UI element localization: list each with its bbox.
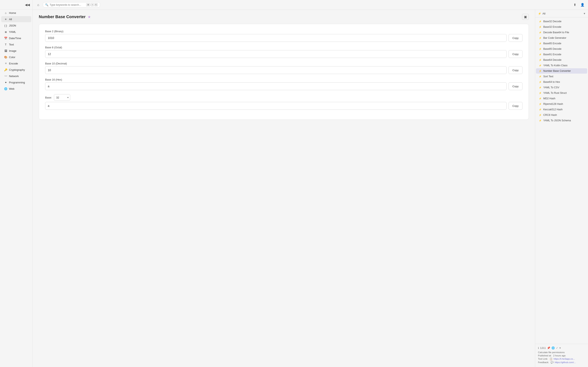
right-panel-item-icon: ⚡ <box>539 48 542 50</box>
copy-base8-button[interactable]: Copy <box>509 50 522 58</box>
footer-tool-link[interactable]: https://t.he3app.co... <box>554 358 575 360</box>
right-panel-item[interactable]: ⚡ YAML To Rust Struct <box>536 90 587 96</box>
field-label-base2: Base 2 (Binary) <box>45 30 522 33</box>
footer-published-row: Published at: 2 hours ago <box>538 354 585 357</box>
topbar: ⌂ 🔍 ⌘ + K ⬆ 👤 <box>33 0 588 10</box>
base-prefix-label: Base: <box>45 96 52 99</box>
field-row-base16: Copy <box>45 82 522 90</box>
right-panel-item-label: Base85 Decode <box>543 48 562 50</box>
page-title-row: Number Base Converter ★ ▣ <box>39 14 529 20</box>
base8-input[interactable] <box>45 50 507 58</box>
right-panel-item[interactable]: ⚡ YAML To CSV <box>536 85 587 90</box>
sidebar-icon-yaml: ≣ <box>4 30 7 33</box>
right-panel-item-icon: ⚡ <box>539 92 542 94</box>
footer-pin-button[interactable]: 📌 <box>547 346 550 350</box>
right-panel-item[interactable]: ⚡ Ripemd128 Hash <box>536 101 587 107</box>
sidebar-label-network: Network <box>9 75 19 78</box>
footer-published-label: Published at: <box>538 354 552 357</box>
right-panel-item[interactable]: ⚡ YAML To Kotlin Class <box>536 63 587 68</box>
footer-version-row: ℹ 1.0.1 📌 🌐 ✓ ▾ <box>538 346 585 350</box>
footer-expand-button[interactable]: ▾ <box>559 346 561 350</box>
custom-base-group: Base: 248163236586264 a Copy <box>45 94 522 110</box>
field-group-base2: Base 2 (Binary) Copy <box>45 30 522 42</box>
sidebar-item-home[interactable]: ⌂ Home <box>1 10 31 16</box>
base2-input[interactable] <box>45 34 507 42</box>
panel-toggle-button[interactable]: ▣ <box>522 14 529 20</box>
sidebar-label-programming: Programming <box>9 81 25 84</box>
sidebar-icon-text: T <box>4 43 7 46</box>
base-select[interactable]: 248163236586264 <box>54 94 70 101</box>
sidebar-item-image[interactable]: 🖼 Image <box>1 48 31 54</box>
right-panel-item[interactable]: ⚡ MD2 Hash <box>536 96 587 101</box>
right-panel-item[interactable]: ⚡ Decode Base64 to File <box>536 30 587 35</box>
sidebar-item-encode[interactable]: ⌗ Encode <box>1 60 31 67</box>
search-shortcut: ⌘ + K <box>86 3 98 6</box>
right-panel-item-label: Sort Text <box>543 75 553 78</box>
field-label-base8: Base 8 (Octal) <box>45 46 522 49</box>
right-panel-item[interactable]: ⚡ Base64 to Hex <box>536 79 587 85</box>
footer-feedback-link[interactable]: https://github.com/... <box>555 361 576 364</box>
right-panel-item-label: Ripemd128 Hash <box>543 103 563 105</box>
sidebar-label-all: All <box>9 18 12 21</box>
right-panel-item[interactable]: ⚡ Base32 Decode <box>536 19 587 24</box>
right-panel-item[interactable]: ⚡ Keccak512 Hash <box>536 107 587 112</box>
right-panel-item-icon: ⚡ <box>539 20 542 23</box>
base16-input[interactable] <box>45 82 507 90</box>
copy-custom-base-button[interactable]: Copy <box>509 102 522 110</box>
page-title: Number Base Converter <box>39 15 86 19</box>
right-panel-item[interactable]: ⚡ Base85 Decode <box>536 46 587 52</box>
sidebar-item-datetime[interactable]: 📅 Date/Time <box>1 35 31 41</box>
right-panel-item[interactable]: ⚡ CRC8 Hash <box>536 112 587 118</box>
right-panel-item[interactable]: ⚡ Bar Code Generator <box>536 35 587 41</box>
sidebar-item-web[interactable]: 🌐 Web <box>1 86 31 92</box>
copy-base16-button[interactable]: Copy <box>509 82 522 90</box>
copy-base2-button[interactable]: Copy <box>509 34 522 42</box>
right-panel-item-icon: ⚡ <box>539 64 542 67</box>
right-panel-item[interactable]: ⚡ Base64 Decode <box>536 57 587 63</box>
copy-base10-button[interactable]: Copy <box>509 66 522 74</box>
right-panel: ⚡ All ▾ ⚡ Base32 Decode ⚡ Base32 Encode … <box>535 10 588 367</box>
base10-input[interactable] <box>45 66 507 74</box>
search-input[interactable] <box>50 3 85 6</box>
footer-version: 1.0.1 <box>540 347 546 350</box>
sidebar-item-all[interactable]: ≡ All <box>1 16 31 22</box>
sidebar-item-programming[interactable]: ✦ Programming <box>1 79 31 85</box>
account-button[interactable]: 👤 <box>579 2 586 8</box>
base-label-row: Base: 248163236586264 <box>45 94 522 101</box>
sidebar-item-color[interactable]: 🎨 Color <box>1 54 31 60</box>
search-bar: 🔍 ⌘ + K <box>43 2 100 7</box>
share-button[interactable]: ⬆ <box>572 2 578 8</box>
sidebar-icon-all: ≡ <box>4 17 7 21</box>
footer-check-button[interactable]: ✓ <box>556 346 558 350</box>
right-panel-item[interactable]: ⚡ Base32 Encode <box>536 24 587 30</box>
right-panel-item[interactable]: ⚡ Sort Text <box>536 74 587 79</box>
custom-base-input[interactable]: a <box>45 102 507 110</box>
sidebar-label-datetime: Date/Time <box>9 37 21 40</box>
right-panel-item[interactable]: ⚡ Base85 Encode <box>536 41 587 46</box>
sidebar-icon-programming: ✦ <box>4 81 7 84</box>
right-panel-item-icon: ⚡ <box>539 108 542 111</box>
right-panel-item[interactable]: ⚡ Number Base Converter <box>536 68 587 74</box>
right-panel-item-label: Base32 Decode <box>543 20 562 23</box>
sidebar-item-text[interactable]: T Text <box>1 42 31 48</box>
sidebar-item-cryptography[interactable]: 🔑 Cryptography <box>1 67 31 73</box>
sidebar-item-yaml[interactable]: ≣ YAML <box>1 29 31 35</box>
right-panel-chevron-button[interactable]: ▾ <box>584 12 585 15</box>
right-panel-item[interactable]: ⚡ Base91 Encode <box>536 52 587 57</box>
right-panel-item-icon: ⚡ <box>539 53 542 56</box>
right-panel-item-label: YAML To JSON Schema <box>543 119 571 122</box>
footer-feedback-row: Feedback: 💬 https://github.com/... <box>538 361 585 364</box>
right-panel-item[interactable]: ⚡ YAML To JSON Schema <box>536 118 587 123</box>
right-panel-item-icon: ⚡ <box>539 81 542 83</box>
sidebar-icon-cryptography: 🔑 <box>4 68 7 71</box>
right-panel-item-label: CRC8 Hash <box>543 114 557 117</box>
home-button[interactable]: ⌂ <box>35 2 41 8</box>
sidebar-item-network[interactable]: 〰 Network <box>1 73 31 79</box>
right-panel-item-icon: ⚡ <box>539 86 542 89</box>
right-panel-item-label: Base32 Encode <box>543 25 561 28</box>
footer-globe-button[interactable]: 🌐 <box>552 346 555 350</box>
right-panel-item-icon: ⚡ <box>539 97 542 100</box>
sidebar-item-json[interactable]: { } JSON <box>1 22 31 29</box>
favorite-button[interactable]: ★ <box>87 15 91 19</box>
collapse-sidebar-button[interactable]: ◀◀ <box>24 2 30 8</box>
